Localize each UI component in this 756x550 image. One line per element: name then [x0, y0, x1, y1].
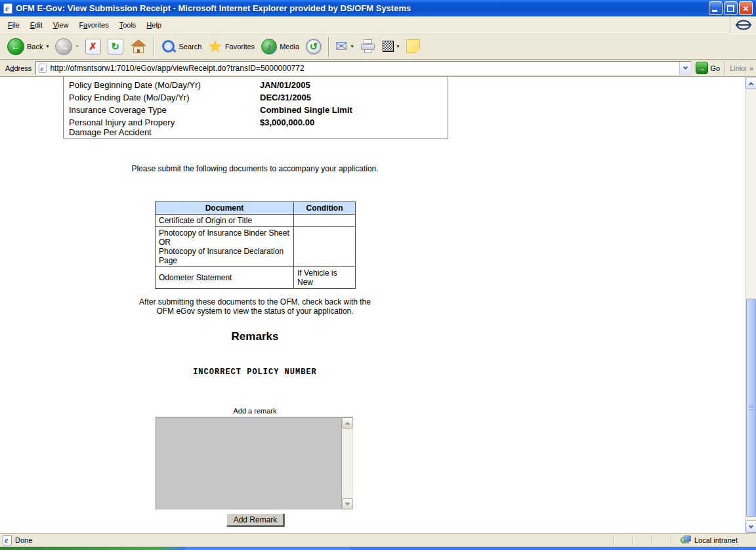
local-intranet-icon	[681, 536, 691, 545]
minimize-button[interactable]	[709, 1, 723, 15]
chevron-down-icon	[345, 501, 350, 505]
menu-tools[interactable]: Tools	[114, 18, 142, 32]
table-row: Photocopy of Insurance Binder Sheet OR P…	[156, 227, 356, 267]
ie-logo-icon	[3, 3, 12, 14]
links-toolbar[interactable]: Links »	[724, 61, 753, 75]
policy-row-label: Policy Ending Date (Mo/Day/Yr)	[64, 91, 260, 104]
menu-file[interactable]: File	[3, 18, 25, 32]
table-row: Odometer Statement If Vehicle is New	[156, 267, 356, 289]
edit-checker-icon	[383, 41, 394, 52]
chevron-up-icon	[749, 81, 753, 86]
policy-row-label: Policy Beginning Date (Mo/Day/Yr)	[64, 79, 260, 91]
media-icon: ♪	[261, 39, 277, 54]
policy-row-label: Insurance Coverage Type	[64, 104, 260, 116]
title-bar: OFM E-Gov: View Submission Receipt - Mic…	[0, 0, 756, 16]
statusbar-divider	[633, 536, 633, 545]
windows-taskbar-edge	[0, 547, 756, 550]
go-label: Go	[711, 64, 721, 72]
forward-dropdown-icon: ▾	[75, 43, 78, 49]
chevron-up-icon	[345, 421, 350, 426]
address-dropdown-button[interactable]	[679, 62, 691, 75]
links-chevron-icon: »	[749, 64, 753, 72]
menu-favorites[interactable]: Favorites	[74, 18, 114, 32]
mail-button[interactable]: ✉ ▾	[332, 37, 356, 56]
history-button[interactable]: ↺	[303, 37, 325, 56]
remark-textarea[interactable]	[156, 417, 353, 510]
favorites-star-icon: ★	[208, 39, 222, 54]
back-dropdown-icon[interactable]: ▾	[46, 43, 49, 49]
toolbar-separator	[154, 37, 154, 56]
address-bar: Address http://ofmsntsorw1:7010/eGov/app…	[0, 60, 756, 77]
mail-icon: ✉	[335, 39, 347, 54]
print-icon	[360, 39, 376, 54]
condition-cell	[294, 227, 356, 267]
policy-row-value: Combined Single Limit	[260, 104, 448, 116]
policy-row-value: DEC/31/2005	[260, 91, 448, 104]
search-button[interactable]: Search	[158, 37, 205, 56]
go-arrow-icon: →	[696, 62, 708, 74]
status-bar: Done Local intranet	[0, 533, 756, 547]
policy-summary-table: Policy Beginning Date (Mo/Day/Yr) JAN/01…	[63, 77, 448, 138]
add-remark-button[interactable]: Add Remark	[226, 513, 284, 526]
forward-button[interactable]: → ▾	[52, 36, 81, 57]
add-remark-label: Add a remark	[0, 407, 510, 415]
discuss-button[interactable]	[403, 37, 423, 55]
vertical-scrollbar[interactable]	[745, 77, 756, 533]
close-button[interactable]: ×	[739, 1, 753, 15]
back-label: Back	[27, 43, 43, 51]
home-icon	[130, 39, 147, 54]
search-icon	[161, 39, 177, 54]
textarea-scroll-down-button[interactable]	[342, 498, 353, 509]
edit-dropdown-icon[interactable]: ▾	[397, 43, 400, 49]
policy-row-value: $3,000,000.00	[260, 116, 448, 138]
scroll-down-button[interactable]	[746, 520, 756, 533]
back-icon: ←	[7, 38, 24, 55]
history-icon: ↺	[306, 39, 322, 54]
back-button[interactable]: ← Back ▾	[4, 36, 52, 57]
mail-dropdown-icon[interactable]: ▾	[351, 43, 354, 49]
status-text: Done	[15, 536, 32, 544]
address-label: Address	[5, 64, 32, 72]
check-back-note: After submitting these documents to the …	[0, 297, 510, 316]
restore-button[interactable]	[724, 1, 738, 15]
existing-remark-text: INCORRECT POLICY NUMBER	[0, 368, 510, 377]
refresh-icon: ↻	[108, 39, 123, 54]
scrollbar-thumb[interactable]	[746, 299, 756, 517]
minimize-icon	[712, 10, 717, 12]
favorites-button[interactable]: ★ Favorites	[205, 37, 258, 56]
address-url: http://ofmsntsorw1:7010/eGov/app/viewRec…	[50, 64, 304, 73]
address-input[interactable]: http://ofmsntsorw1:7010/eGov/app/viewRec…	[35, 61, 691, 75]
textarea-scrollbar[interactable]	[341, 417, 352, 509]
condition-cell	[294, 215, 356, 227]
submit-documents-note: Please submit the following documents to…	[0, 164, 510, 173]
remarks-heading: Remarks	[0, 330, 510, 343]
print-button[interactable]	[357, 37, 379, 56]
refresh-button[interactable]: ↻	[104, 37, 127, 56]
menu-view[interactable]: View	[48, 18, 74, 32]
search-label: Search	[179, 43, 202, 51]
table-row: Certificate of Origin or Title	[156, 215, 356, 227]
chevron-down-icon	[682, 65, 687, 70]
stop-button[interactable]: ✗	[82, 37, 104, 56]
edit-button[interactable]: ▾	[379, 39, 403, 54]
media-button[interactable]: ♪ Media	[258, 37, 303, 56]
brand-ellipse-icon	[735, 19, 752, 31]
go-button[interactable]: → Go	[696, 62, 721, 74]
condition-cell: If Vehicle is New	[294, 267, 356, 289]
menu-help[interactable]: Help	[141, 18, 167, 32]
taskbar-segment	[186, 547, 350, 550]
documents-table-header-row: Document Condition	[156, 202, 356, 215]
policy-row: Personal Injury and Propery Damage Per A…	[64, 116, 448, 138]
documents-table: Document Condition Certificate of Origin…	[155, 201, 356, 289]
restore-icon	[727, 5, 734, 12]
sticky-note-icon	[406, 39, 420, 53]
textarea-scroll-up-button[interactable]	[342, 417, 353, 429]
page-content: Policy Beginning Date (Mo/Day/Yr) JAN/01…	[0, 77, 745, 533]
menu-edit[interactable]: Edit	[25, 18, 48, 32]
start-button-edge	[0, 547, 186, 550]
home-button[interactable]	[127, 37, 150, 56]
scroll-up-button[interactable]	[746, 77, 756, 89]
forward-icon: →	[55, 38, 72, 55]
policy-row: Policy Beginning Date (Mo/Day/Yr) JAN/01…	[64, 79, 448, 91]
browser-window: OFM E-Gov: View Submission Receipt - Mic…	[0, 0, 756, 550]
